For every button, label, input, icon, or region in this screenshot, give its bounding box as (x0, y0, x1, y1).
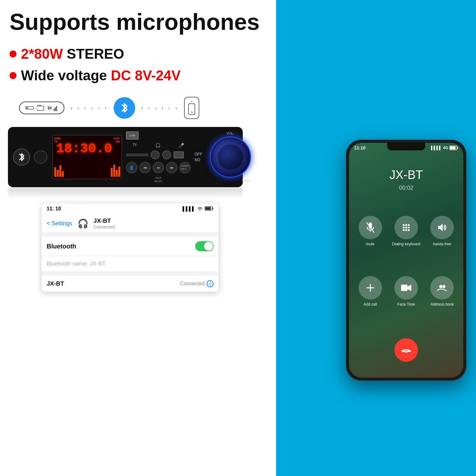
ps-battery-icon (205, 206, 214, 212)
svg-rect-1 (26, 107, 28, 109)
hw-headphone-icon: 🎧 (155, 143, 161, 148)
sp-facetime-label: Face Time (397, 302, 415, 307)
sp-screen: 11:10 ▌▌▌▌ 4G JX-BT 00:02 (349, 143, 463, 378)
hw-usb-label-text: USB (54, 137, 60, 140)
sp-notch (387, 143, 425, 150)
hw-person-button[interactable]: 👤 (126, 162, 137, 173)
bt-phone-box (184, 97, 199, 119)
hw-out-label: OUT5V-2A (126, 176, 191, 183)
page-title: Supports microphones (10, 10, 270, 35)
hw-right-dot (256, 155, 260, 159)
phone-btn (191, 111, 193, 113)
hw-left-knob[interactable] (34, 150, 47, 164)
ps-time: 11: 10 (47, 206, 61, 212)
sp-facetime-btn[interactable]: Face Time (391, 276, 421, 307)
hardware-device: USB TF 18:30.0 AUX FM (8, 127, 243, 187)
hw-usb-port-a[interactable] (174, 151, 184, 158)
svg-point-18 (403, 224, 405, 226)
sp-facetime-icon (401, 284, 411, 292)
hw-volume-section: VOL- VOL+ (210, 131, 251, 183)
sp-end-call-button[interactable] (394, 338, 418, 362)
ps-back-button[interactable]: < Settings (47, 220, 72, 227)
ps-device-row[interactable]: JX-BT Connected i (42, 276, 219, 292)
title-text: Supports microphones (10, 9, 260, 35)
hw-mic-icon: 🎤 (179, 143, 184, 148)
hw-bars-left (54, 165, 64, 177)
hw-bar-r4 (118, 167, 120, 177)
hw-reflection (8, 188, 243, 199)
sp-call-buttons-row1: mute Dialing keyboard (355, 216, 457, 246)
ps-bt-name-text: Bluetooth name: JX-BT (47, 261, 106, 267)
ps-device-name: JX-BT (94, 217, 115, 224)
dots-right: · · · · · · (141, 103, 179, 113)
ps-bt-name: Bluetooth name: JX-BT (42, 256, 219, 272)
sp-handsfree-label: hands-free (433, 242, 451, 246)
sp-addressbook-icon (437, 283, 447, 293)
hw-next-button[interactable]: ⏭ (166, 162, 177, 173)
svg-rect-8 (56, 106, 57, 111)
hw-bar-l1 (54, 167, 56, 177)
hw-mid-controls: USB TF 🎧 🎤 👤 ⏮ ⏯ ⏭ MODE (126, 131, 191, 183)
svg-rect-13 (457, 147, 458, 149)
ps-status-icons: ▌▌▌▌ (182, 206, 214, 212)
svg-point-19 (405, 224, 407, 226)
svg-rect-6 (54, 109, 55, 111)
bullet-dot-1 (10, 50, 17, 57)
hw-no-label: NO (195, 158, 202, 162)
hw-play-button[interactable]: ⏯ (153, 162, 164, 173)
bt-blue-icon (114, 97, 135, 119)
bt-diagram: bt · · · · · · · · · · · · (19, 97, 199, 119)
hw-aux-label: AUX (114, 137, 120, 140)
ps-bluetooth-toggle[interactable] (195, 241, 214, 251)
hw-vol-minus-label: VOL- (226, 131, 235, 135)
hw-display-time: 18:30.0 (56, 141, 112, 156)
sp-addcall-icon (365, 283, 375, 293)
hw-mode-rec-button[interactable]: MODEREC (179, 162, 191, 173)
ps-headphone-icon: 🎧 (77, 218, 89, 229)
sp-time: 11:10 (354, 145, 366, 150)
svg-marker-27 (438, 224, 443, 231)
sp-speaker-icon (437, 222, 447, 233)
hardware-container: USB TF 18:30.0 AUX FM (8, 127, 249, 200)
hw-prev-button[interactable]: ⏮ (139, 162, 151, 173)
hw-knob-inner (218, 144, 243, 170)
sp-network: 4G (443, 146, 448, 150)
ps-divider-2 (42, 272, 219, 272)
sp-addcall-btn[interactable]: Add call (355, 276, 385, 307)
sp-addressbook-btn[interactable]: Address book (427, 276, 457, 307)
hw-display-labels-right: AUX FM (114, 137, 120, 143)
bullet-text-1: 2*80W STEREO (21, 46, 124, 62)
ps-connected-text: Connected (180, 281, 205, 287)
svg-point-32 (439, 285, 442, 288)
sp-call-time: 00:02 (349, 185, 463, 191)
hw-bar-r2 (113, 165, 115, 177)
sp-battery-icon (449, 146, 458, 150)
bluetooth-symbol (119, 102, 129, 114)
sp-mute-btn[interactable]: mute (355, 216, 385, 246)
ps-nav-bar: < Settings 🎧 JX-BT Connected (42, 214, 219, 233)
usb-icon (25, 105, 35, 110)
phone-top (191, 101, 192, 102)
sp-handsfree-btn[interactable]: hands-free (427, 216, 457, 246)
sp-call-buttons-row2: Add call Face Time (355, 276, 457, 307)
hw-jack-1[interactable] (151, 150, 160, 159)
hw-jack-2[interactable] (162, 150, 171, 159)
svg-point-33 (442, 285, 446, 288)
hw-bar-l3 (59, 165, 61, 177)
hw-bluetooth-button[interactable] (13, 149, 30, 166)
bullet-red-1: 2*80W (21, 46, 63, 62)
phone-screenshot: 11: 10 ▌▌▌▌ < Settings 🎧 JX-BT Connected… (41, 203, 219, 292)
sp-keyboard-btn[interactable]: Dialing keyboard (391, 216, 421, 246)
hw-fm-label: FM (114, 140, 120, 143)
hw-volume-knob[interactable] (210, 136, 251, 178)
sp-addressbook-circle (430, 276, 454, 300)
bullet-item-2: Wide voltage DC 8V-24V (10, 68, 181, 83)
hw-usb-section: USB (126, 131, 191, 140)
ps-info-button[interactable]: i (207, 280, 214, 287)
sp-signal: ▌▌▌▌ (431, 146, 442, 150)
ps-bluetooth-label: Bluetooth (47, 243, 76, 250)
sp-mute-label: mute (366, 242, 374, 246)
hw-vol-labels-bottom: VOL+ (210, 179, 251, 183)
ps-status-bar: 11: 10 ▌▌▌▌ (42, 203, 219, 214)
hw-bar-r3 (116, 170, 118, 177)
